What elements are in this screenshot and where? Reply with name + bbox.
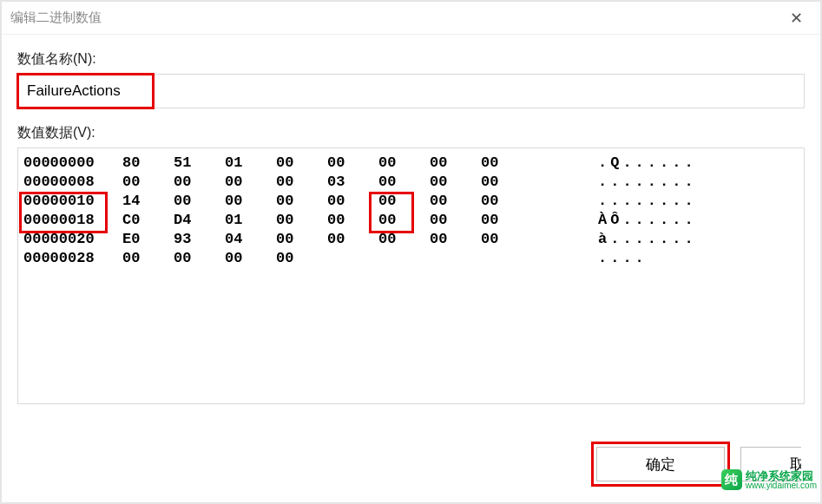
hex-offset: 00000020 [18,230,114,249]
value-name-input[interactable] [18,75,804,108]
hex-byte[interactable]: 51 [165,154,216,173]
hex-row[interactable]: 000000101400000000000000........ [18,192,804,211]
hex-byte[interactable]: 00 [421,211,472,230]
hex-ascii: ........ [581,173,804,192]
hex-byte[interactable]: 00 [370,211,421,230]
hex-byte[interactable]: 04 [216,230,267,249]
hex-row[interactable]: 00000020E093040000000000à....... [18,230,804,249]
watermark-url: www.yidaimei.com [746,481,817,490]
hex-byte[interactable]: 00 [216,192,267,211]
hex-byte[interactable]: 00 [267,192,319,211]
hex-bytes[interactable]: 00000000 [114,249,581,268]
hex-byte[interactable]: 00 [319,154,370,173]
hex-row[interactable]: 000000080000000003000000........ [18,173,804,192]
hex-byte[interactable]: 00 [216,173,267,192]
hex-byte[interactable]: 00 [370,154,421,173]
hex-byte[interactable] [370,249,421,268]
hex-byte[interactable]: 00 [267,154,319,173]
close-icon[interactable]: ✕ [781,5,812,31]
hex-byte[interactable] [472,249,523,268]
titlebar: 编辑二进制数值 ✕ [2,2,820,35]
hex-byte[interactable]: 00 [267,249,319,268]
hex-byte[interactable]: 00 [216,249,267,268]
hex-byte[interactable]: 01 [216,211,267,230]
hex-byte[interactable]: 14 [114,192,165,211]
hex-byte[interactable]: D4 [165,211,216,230]
watermark: 纯 纯净系统家园 www.yidaimei.com [721,469,817,490]
hex-byte[interactable]: E0 [114,230,165,249]
hex-offset: 00000028 [18,249,114,268]
window-title: 编辑二进制数值 [10,10,102,26]
hex-offset: 00000000 [18,154,114,173]
hex-byte[interactable]: 01 [216,154,267,173]
hex-byte[interactable]: 00 [370,192,421,211]
hex-byte[interactable]: 00 [319,211,370,230]
hex-offset: 00000010 [18,192,114,211]
hex-byte[interactable]: 00 [370,230,421,249]
hex-byte[interactable]: 00 [472,211,523,230]
hex-byte[interactable]: 00 [165,173,216,192]
hex-byte[interactable]: 00 [472,173,523,192]
hex-bytes[interactable]: 0000000003000000 [114,173,581,192]
hex-byte[interactable]: 00 [114,249,165,268]
watermark-icon: 纯 [721,469,742,490]
hex-byte[interactable]: C0 [114,211,165,230]
watermark-cn: 纯净系统家园 [746,470,817,481]
hex-row[interactable]: 000000008051010000000000.Q...... [18,154,804,173]
hex-offset: 00000018 [18,211,114,230]
data-label: 数值数据(V): [17,124,805,142]
name-label: 数值名称(N): [17,50,805,69]
hex-editor[interactable]: 000000008051010000000000.Q......00000008… [17,147,805,404]
hex-byte[interactable]: 00 [472,230,523,249]
hex-bytes[interactable]: E093040000000000 [114,230,581,249]
hex-byte[interactable] [421,249,472,268]
hex-ascii: .... [581,249,804,268]
ok-button[interactable]: 确定 [596,447,725,481]
hex-row[interactable]: 00000018C0D4010000000000ÀÔ...... [18,211,804,230]
hex-bytes[interactable]: C0D4010000000000 [114,211,581,230]
hex-byte[interactable]: 00 [421,154,472,173]
hex-ascii: ÀÔ...... [581,211,804,230]
hex-byte[interactable]: 00 [472,154,523,173]
hex-byte[interactable]: 00 [319,192,370,211]
hex-ascii: à....... [581,230,804,249]
hex-ascii: ........ [581,192,804,211]
hex-byte[interactable]: 00 [165,192,216,211]
hex-byte[interactable]: 00 [421,192,472,211]
hex-bytes[interactable]: 8051010000000000 [114,154,581,173]
dialog-window: 编辑二进制数值 ✕ 数值名称(N): 数值数据(V): 000000008051… [0,0,822,504]
hex-byte[interactable]: 00 [472,192,523,211]
hex-offset: 00000008 [18,173,114,192]
value-name-field-wrap [17,74,805,108]
hex-byte[interactable]: 00 [114,173,165,192]
hex-byte[interactable]: 00 [165,249,216,268]
hex-bytes[interactable]: 1400000000000000 [114,192,581,211]
hex-byte[interactable]: 00 [421,173,472,192]
hex-byte[interactable]: 00 [370,173,421,192]
watermark-text: 纯净系统家园 www.yidaimei.com [746,470,817,490]
hex-byte[interactable]: 00 [267,230,319,249]
hex-byte[interactable]: 00 [267,173,319,192]
hex-byte[interactable]: 00 [319,230,370,249]
hex-byte[interactable]: 00 [421,230,472,249]
hex-byte[interactable]: 00 [267,211,319,230]
hex-byte[interactable]: 93 [165,230,216,249]
hex-row[interactable]: 0000002800000000.... [18,249,804,268]
hex-byte[interactable]: 03 [319,173,370,192]
highlight-annotation: 确定 [591,442,730,487]
hex-byte[interactable]: 80 [114,154,165,173]
hex-byte[interactable] [319,249,370,268]
dialog-content: 数值名称(N): 数值数据(V): 0000000080510100000000… [2,35,820,404]
hex-ascii: .Q...... [581,154,804,173]
